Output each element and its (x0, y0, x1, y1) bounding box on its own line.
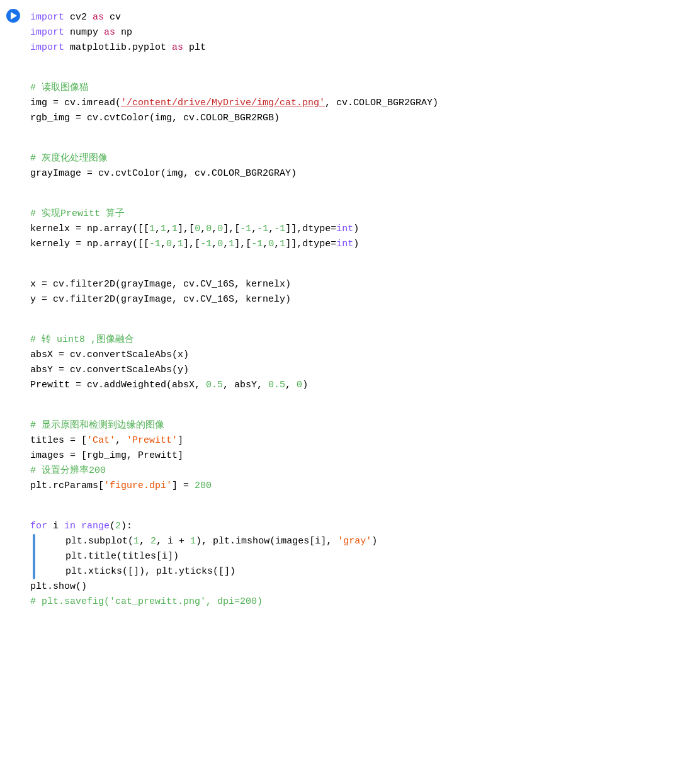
code-line-images: images = [rgb_img, Prewitt] (30, 448, 670, 463)
code-comment-5: # 显示原图和检测到边缘的图像 (30, 418, 670, 433)
code-line-ticks: plt.xticks([]), plt.yticks([]) (43, 564, 377, 579)
code-line-subplot: plt.subplot(1, 2, i + 1), plt.imshow(ima… (43, 534, 377, 549)
code-line-filtery: y = cv.filter2D(grayImage, cv.CV_16S, ke… (30, 292, 670, 307)
code-line-title: plt.title(titles[i]) (43, 549, 377, 564)
code-line-show: plt.show() (30, 579, 670, 594)
code-line-prewitt: Prewitt = cv.addWeighted(absX, 0.5, absY… (30, 378, 670, 393)
code-comment-6: # 设置分辨率200 (30, 463, 670, 479)
code-line-for: for i in range(2): (30, 519, 670, 534)
code-line-import1: import cv2 as cv (30, 10, 670, 25)
code-comment-4: # 转 uint8 ,图像融合 (30, 332, 670, 348)
code-cell: import cv2 as cv import numpy as np impo… (0, 0, 680, 784)
code-line-filterx: x = cv.filter2D(grayImage, cv.CV_16S, ke… (30, 277, 670, 292)
code-line-gray: grayImage = cv.cvtColor(img, cv.COLOR_BG… (30, 166, 670, 181)
code-line-titles: titles = ['Cat', 'Prewitt'] (30, 433, 670, 448)
code-line-import3: import matplotlib.pyplot as plt (30, 40, 670, 55)
code-line-absx: absX = cv.convertScaleAbs(x) (30, 348, 670, 363)
code-line-kernely: kernely = np.array([[-1,0,1],[-1,0,1],[-… (30, 237, 670, 252)
code-for-body: plt.subplot(1, 2, i + 1), plt.imshow(ima… (30, 534, 670, 579)
code-line-dpi: plt.rcParams['figure.dpi'] = 200 (30, 479, 670, 494)
for-indicator (33, 534, 35, 579)
run-button[interactable] (6, 9, 20, 23)
code-line-kernelx: kernelx = np.array([[1,1,1],[0,0,0],[-1,… (30, 222, 670, 237)
code-line-import2: import numpy as np (30, 25, 670, 40)
code-line-cvtcolor1: rgb_img = cv.cvtColor(img, cv.COLOR_BGR2… (30, 111, 670, 126)
code-comment-1: # 读取图像猫 (30, 81, 670, 96)
code-line-absy: absY = cv.convertScaleAbs(y) (30, 363, 670, 378)
code-line-imread: img = cv.imread('/content/drive/MyDrive/… (30, 96, 670, 111)
code-comment-7: # plt.savefig('cat_prewitt.png', dpi=200… (30, 594, 670, 610)
code-comment-3: # 实现Prewitt 算子 (30, 207, 670, 222)
code-comment-2: # 灰度化处理图像 (30, 151, 670, 166)
